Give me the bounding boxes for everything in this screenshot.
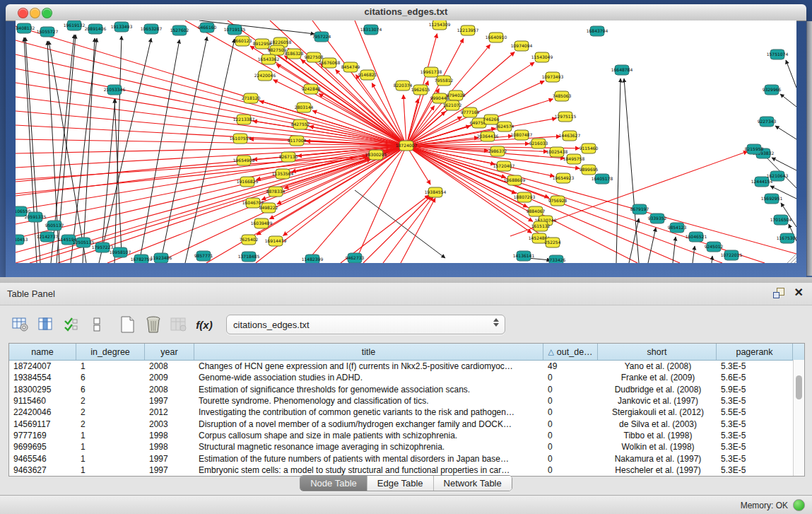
graph-node[interactable]: 9117004 [288, 136, 307, 146]
table-row[interactable]: 911546021997Tourette syndrome. Phenomeno… [9, 395, 804, 407]
graph-node[interactable]: 16782759 [131, 255, 153, 263]
graph-node[interactable]: 6216033 [529, 139, 548, 148]
graph-node[interactable]: 8186328 [285, 49, 304, 59]
graph-node[interactable]: 9884067 [526, 206, 546, 216]
table-cell[interactable]: Jankovic et al. (1997) [598, 396, 717, 406]
table-cell[interactable]: 6 [76, 373, 145, 382]
graph-node[interactable]: 9777169 [461, 107, 480, 117]
table-cell[interactable]: 1998 [145, 442, 194, 452]
table-cell[interactable]: Changes of HCN gene expression and I(f) … [194, 361, 543, 371]
citation-network-graph[interactable]: 1840813216055727196191322089140619133493… [16, 21, 796, 263]
graph-node[interactable]: 15692951 [761, 194, 783, 204]
table-cell[interactable]: 1 [76, 465, 145, 475]
table-cell[interactable]: 1997 [145, 396, 194, 406]
graph-node[interactable]: 9899695 [579, 165, 599, 175]
graph-node[interactable]: 9462733 [346, 253, 365, 263]
graph-node[interactable]: 18313074 [360, 25, 382, 35]
table-cell[interactable]: 0 [543, 396, 598, 406]
column-header-out_de[interactable]: △out_de… [543, 344, 598, 360]
graph-node[interactable]: 7625402 [240, 235, 259, 245]
table-cell[interactable]: 0 [543, 407, 598, 417]
table-cell[interactable]: 1998 [145, 431, 194, 440]
table-cell[interactable]: Franke et al. (2009) [598, 373, 717, 382]
graph-node[interactable]: 6794028 [447, 90, 466, 100]
graph-node[interactable]: 26676068 [319, 58, 341, 68]
table-cell[interactable]: 2008 [145, 385, 194, 395]
graph-node[interactable]: 9756928 [548, 196, 567, 206]
table-cell[interactable]: 9115460 [9, 396, 76, 406]
table-cell[interactable]: 5.3E-5 [717, 465, 793, 475]
graph-node[interactable]: 19654923 [553, 173, 575, 183]
table-header-row[interactable]: namein_degreeyeartitle△out_de…shortpager… [9, 344, 804, 361]
table-cell[interactable]: 2008 [145, 361, 194, 371]
graph-node[interactable]: 8878334 [266, 187, 286, 197]
table-cell[interactable]: 6 [76, 385, 145, 395]
graph-node[interactable]: 18610453 [16, 235, 28, 245]
graph-node[interactable]: 12213957 [457, 25, 479, 35]
graph-node[interactable]: 16405178 [592, 174, 613, 184]
column-header-name[interactable]: name [9, 344, 76, 360]
table-cell[interactable]: Disruption of a novel member of a sodium… [194, 419, 543, 429]
close-panel-icon[interactable]: ✕ [794, 287, 804, 298]
table-cell[interactable]: Corpus callosum shape and size in male p… [194, 431, 543, 440]
table-cell[interactable]: 5.3E-5 [717, 454, 793, 464]
table-cell[interactable]: 0 [543, 454, 598, 464]
table-cell[interactable]: 1 [76, 454, 145, 464]
window-titlebar[interactable]: citations_edges.txt [6, 4, 806, 21]
table-cell[interactable]: 2 [76, 396, 145, 406]
scrollbar-thumb[interactable] [796, 375, 802, 399]
table-cell[interactable]: 19384554 [9, 373, 76, 382]
graph-node[interactable]: 1733426 [547, 255, 566, 263]
table-cell[interactable]: Yano et al. (2008) [598, 361, 717, 371]
tab-network-table[interactable]: Network Table [434, 476, 512, 491]
canvas-resize-grip[interactable] [787, 254, 796, 263]
graph-node[interactable]: 16039489 [251, 218, 273, 228]
graph-node[interactable]: 16640910 [486, 33, 507, 42]
table-cell[interactable]: 2012 [145, 407, 194, 417]
graph-node[interactable]: 17016504 [770, 215, 792, 225]
table-row[interactable]: 1872400712008Changes of HCN gene express… [9, 361, 804, 372]
network-canvas[interactable]: 1840813216055727196191322089140619133493… [16, 21, 796, 263]
table-cell[interactable]: 18724007 [9, 361, 76, 371]
table-cell[interactable]: Structural magnetic resonance image aver… [194, 442, 543, 452]
table-cell[interactable]: 2009 [145, 373, 194, 382]
graph-node[interactable]: 18807293 [514, 192, 536, 202]
column-header-year[interactable]: year [145, 344, 194, 360]
table-cell[interactable]: Investigating the contribution of common… [194, 407, 543, 417]
table-row[interactable]: 946362711997Embryonic stem cells: a mode… [9, 465, 804, 476]
graph-node[interactable]: 1962615 [411, 85, 430, 95]
table-cell[interactable]: 1997 [145, 465, 194, 475]
graph-node[interactable]: 7955812 [435, 76, 454, 86]
table-cell[interactable]: 9777169 [9, 431, 76, 440]
graph-node[interactable]: 12213387 [233, 115, 255, 124]
table-cell[interactable]: 5.9E-5 [717, 385, 793, 395]
table-cell[interactable]: 5.3E-5 [717, 442, 793, 452]
table-cell[interactable]: 0 [543, 431, 598, 440]
graph-node[interactable]: 21053346 [104, 85, 126, 95]
graph-node[interactable]: 15720407 [493, 161, 515, 171]
table-cell[interactable]: Stergiakouli et al. (2012) [598, 407, 717, 417]
graph-node[interactable]: 252254 [545, 238, 561, 247]
graph-node[interactable]: 19133493 [111, 22, 133, 32]
column-header-short[interactable]: short [598, 344, 717, 360]
graph-node[interactable]: 9242848 [302, 84, 321, 94]
table-cell[interactable]: 1 [76, 361, 145, 371]
table-cell[interactable]: 5.3E-5 [717, 419, 793, 429]
graph-node[interactable]: 9329966 [763, 85, 782, 95]
table-row[interactable]: 977716911998Corpus callosum shape and si… [9, 430, 804, 441]
graph-node[interactable]: 8427552 [291, 119, 310, 129]
graph-node[interactable]: 16914479 [265, 236, 287, 246]
table-cell[interactable]: 2 [76, 407, 145, 417]
delete-column-icon[interactable] [143, 314, 164, 335]
graph-node[interactable]: 9227343 [758, 117, 777, 127]
table-cell[interactable]: 2 [76, 419, 145, 429]
table-cell[interactable]: 5.6E-5 [717, 373, 793, 382]
graph-node[interactable]: 2718120 [242, 93, 261, 103]
graph-node[interactable]: 8220374 [394, 81, 413, 90]
graph-node[interactable]: 10722015 [721, 250, 743, 260]
table-row[interactable]: 1830029562008Estimation of significance … [9, 384, 804, 395]
graph-node[interactable]: 16107554 [230, 134, 252, 144]
graph-node[interactable]: 9339352 [648, 214, 667, 223]
graph-node[interactable]: 10719135 [224, 25, 246, 35]
table-cell[interactable]: Wolkin et al. (1998) [598, 442, 717, 452]
